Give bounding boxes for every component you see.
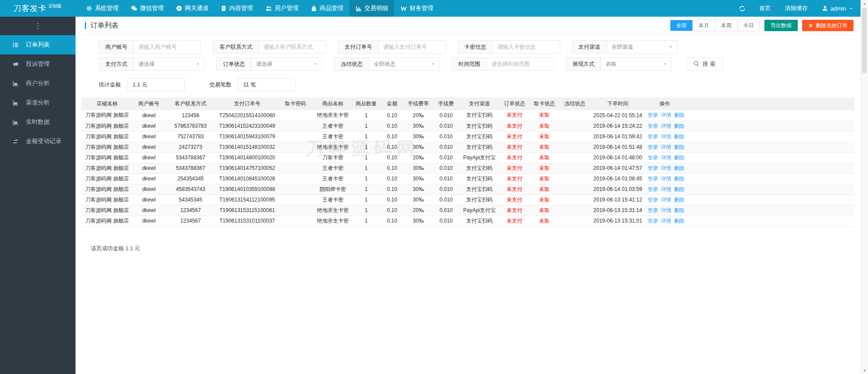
scroll-down-arrow[interactable]: ▼ — [861, 367, 868, 374]
filter-input[interactable] — [379, 41, 446, 53]
action-link-detail[interactable]: 详情 — [661, 144, 671, 150]
cell — [278, 131, 313, 142]
orders-table: 店铺名称商户账号客户联系方式支付订单号取卡密码商品名称商品数量金额手续费率手续费… — [81, 97, 854, 227]
home-link[interactable]: 首页 — [753, 0, 778, 17]
topnav-item[interactable]: 系统管理 — [80, 0, 125, 17]
cell: 未取 — [530, 205, 559, 216]
action-link-login[interactable]: 登录 — [648, 112, 658, 118]
cell — [278, 163, 313, 173]
scroll-up-arrow[interactable]: ▲ — [861, 0, 868, 7]
filter-group: 客户联系方式 — [213, 40, 326, 54]
delete-invalid-orders-button[interactable]: 删除无效订单 — [802, 20, 854, 31]
filter-select[interactable]: 全部渠道▼ — [607, 41, 677, 53]
filter-select[interactable]: 全部状态▼ — [369, 58, 439, 70]
cell: T190614014757100052 — [216, 163, 278, 173]
range-tab[interactable]: 今日 — [737, 20, 760, 31]
filter-select[interactable]: 请选择▼ — [252, 58, 322, 70]
cell-filler — [684, 142, 854, 152]
action-link-login[interactable]: 登录 — [648, 207, 658, 213]
cell — [278, 110, 313, 121]
action-link-detail[interactable]: 详情 — [661, 133, 671, 140]
topnav-item[interactable]: 用户管理 — [259, 0, 305, 17]
action-link-detail[interactable]: 详情 — [661, 207, 671, 213]
cell: 2019-06-13 15:41:12 — [591, 194, 645, 205]
topnav-item[interactable]: 微信管理 — [125, 0, 170, 17]
action-link-detail[interactable]: 详情 — [661, 176, 671, 182]
action-link-login[interactable]: 登录 — [648, 133, 658, 140]
action-link-delete[interactable]: 删除 — [674, 165, 684, 171]
range-tab[interactable]: 全部 — [670, 20, 692, 31]
sidebar-item[interactable]: 金额变动记录 — [0, 132, 76, 151]
action-link-delete[interactable]: 删除 — [674, 197, 684, 203]
cell — [559, 173, 591, 184]
action-link-login[interactable]: 登录 — [648, 186, 658, 192]
topnav-item-label: 网关通道 — [185, 4, 209, 12]
action-link-detail[interactable]: 详情 — [661, 165, 671, 171]
action-link-delete[interactable]: 删除 — [674, 144, 684, 150]
action-link-delete[interactable]: 删除 — [674, 218, 684, 224]
top-navbar: 刀客发卡 定制版 系统管理微信管理P网关通道内容管理用户管理商品管理交易明细财务… — [0, 0, 861, 17]
export-label: 导出数据 — [771, 23, 792, 28]
topnav-item[interactable]: P网关通道 — [170, 0, 215, 17]
action-link-delete[interactable]: 删除 — [674, 133, 684, 140]
filter-select[interactable]: 请选择▼ — [134, 58, 204, 70]
sidebar-item[interactable]: 订单列表 — [0, 35, 76, 54]
topnav-item[interactable]: 内容管理 — [215, 0, 259, 17]
cell — [278, 184, 313, 194]
list-icon — [12, 42, 19, 48]
action-link-detail[interactable]: 详情 — [661, 218, 671, 224]
cell: 0.010 — [432, 152, 460, 163]
action-link-delete[interactable]: 删除 — [674, 176, 684, 182]
sidebar-item[interactable]: 实时数据 — [0, 112, 76, 132]
filter-input[interactable] — [487, 58, 554, 70]
export-data-button[interactable]: 导出数据 — [764, 20, 798, 31]
cell: 刀客源码网 旗舰店 — [81, 194, 133, 205]
action-link-detail[interactable]: 详情 — [661, 155, 671, 161]
action-link-login[interactable]: 登录 — [648, 144, 658, 150]
action-link-detail[interactable]: 详情 — [661, 123, 671, 129]
action-link-delete[interactable]: 删除 — [674, 123, 684, 129]
vertical-scrollbar[interactable]: ▲ ▼ — [861, 0, 868, 374]
brand-logo[interactable]: 刀客发卡 定制版 — [0, 0, 76, 17]
sidebar-collapse-toggle[interactable] — [0, 17, 76, 35]
action-link-login[interactable]: 登录 — [648, 155, 658, 161]
table-row: 刀客源码网 旗舰店dkewl1234567T190613153115100061… — [81, 205, 854, 216]
sidebar-item[interactable]: 渠道分析 — [0, 93, 76, 112]
range-tab[interactable]: 本月 — [692, 20, 715, 31]
title-bar: 订单列表 全部本月本周今日 导出数据 删除无效订单 — [81, 17, 854, 35]
filter-select[interactable]: 表格▼ — [601, 58, 671, 70]
cell: 绝地求生卡密 — [313, 216, 353, 226]
filter-input[interactable] — [493, 41, 560, 53]
cell: 刀客源码网 旗舰店 — [81, 173, 133, 184]
user-menu[interactable]: admin — [815, 0, 861, 17]
refresh-icon[interactable] — [732, 0, 753, 17]
topnav-item-label: 交易明细 — [364, 4, 388, 12]
action-link-detail[interactable]: 详情 — [661, 112, 671, 118]
filter-input[interactable] — [259, 41, 326, 53]
action-link-login[interactable]: 登录 — [648, 165, 658, 171]
action-link-login[interactable]: 登录 — [648, 218, 658, 224]
cell: 王者卡密 — [313, 173, 353, 184]
sidebar-item[interactable]: 商户分析 — [0, 74, 76, 93]
topnav-item[interactable]: 财务管理 — [394, 0, 439, 17]
action-link-delete[interactable]: 删除 — [674, 207, 684, 213]
scrollbar-thumb[interactable] — [862, 7, 867, 73]
action-link-delete[interactable]: 删除 — [674, 112, 684, 118]
search-button[interactable]: 搜 索 — [686, 58, 723, 71]
filter-input[interactable] — [134, 41, 201, 53]
sidebar-item[interactable]: 投诉管理 — [0, 54, 76, 74]
range-tab[interactable]: 本周 — [715, 20, 737, 31]
brand-name: 刀客发卡 — [13, 3, 47, 14]
action-link-delete[interactable]: 删除 — [674, 155, 684, 161]
topnav-item-label: 商品管理 — [320, 4, 343, 12]
action-link-login[interactable]: 登录 — [648, 176, 658, 182]
clear-cache-link[interactable]: 清除缓存 — [778, 0, 815, 17]
topnav-item[interactable]: 商品管理 — [305, 0, 349, 17]
action-link-login[interactable]: 登录 — [648, 123, 658, 129]
row-actions: 登录详情删除 — [645, 205, 684, 216]
topnav-item[interactable]: 交易明细 — [349, 0, 394, 17]
action-link-detail[interactable]: 详情 — [661, 186, 671, 192]
action-link-detail[interactable]: 详情 — [661, 197, 671, 203]
action-link-login[interactable]: 登录 — [648, 197, 658, 203]
action-link-delete[interactable]: 删除 — [674, 186, 684, 192]
